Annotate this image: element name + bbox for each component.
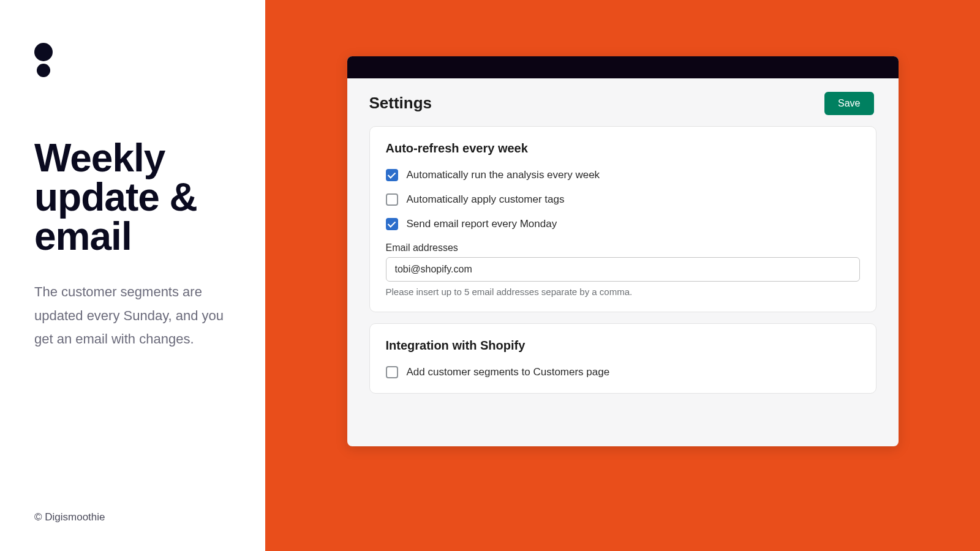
logo-dot-small — [37, 64, 50, 77]
auto-refresh-title: Auto-refresh every week — [386, 141, 860, 156]
checkbox-row-add-segments[interactable]: Add customer segments to Customers page — [386, 366, 860, 378]
shopify-integration-title: Integration with Shopify — [386, 339, 860, 353]
checkbox-run-analysis[interactable] — [386, 169, 398, 181]
checkbox-label: Add customer segments to Customers page — [407, 366, 610, 378]
marketing-panel: Weekly update & email The customer segme… — [0, 0, 265, 551]
settings-header: Settings Save — [347, 78, 899, 126]
checkbox-label: Automatically apply customer tags — [407, 193, 565, 206]
window-titlebar — [347, 56, 899, 78]
checkbox-row-run-analysis[interactable]: Automatically run the analysis every wee… — [386, 169, 860, 181]
showcase-panel: Settings Save Auto-refresh every week Au… — [265, 0, 980, 551]
checkbox-add-segments[interactable] — [386, 366, 398, 378]
checkbox-apply-tags[interactable] — [386, 193, 398, 206]
copyright: © Digismoothie — [34, 511, 105, 523]
shopify-integration-card: Integration with Shopify Add customer se… — [369, 323, 876, 394]
app-window: Settings Save Auto-refresh every week Au… — [347, 56, 899, 446]
headline: Weekly update & email — [34, 138, 231, 256]
checkbox-label: Automatically run the analysis every wee… — [407, 169, 600, 181]
auto-refresh-card: Auto-refresh every week Automatically ru… — [369, 126, 876, 312]
email-help-text: Please insert up to 5 email addresses se… — [386, 287, 860, 297]
checkbox-email-report[interactable] — [386, 218, 398, 230]
description: The customer segments are updated every … — [34, 280, 231, 351]
logo-dot-large — [34, 43, 53, 61]
save-button[interactable]: Save — [824, 92, 873, 115]
checkbox-label: Send email report every Monday — [407, 218, 557, 230]
page-title: Settings — [369, 94, 432, 113]
email-field-label: Email addresses — [386, 242, 860, 253]
logo — [34, 43, 231, 77]
checkbox-row-apply-tags[interactable]: Automatically apply customer tags — [386, 193, 860, 206]
checkbox-row-email-report[interactable]: Send email report every Monday — [386, 218, 860, 230]
email-input[interactable] — [386, 257, 860, 282]
